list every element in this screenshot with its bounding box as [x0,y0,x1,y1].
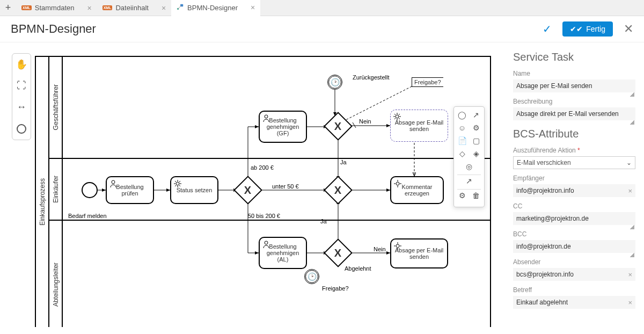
page-title: BPMN-Designer [11,22,543,36]
field-label: Auszuführende Aktion * [513,147,635,154]
timer-event[interactable]: 🕑 [327,75,342,90]
subject-input[interactable] [513,296,635,309]
edge-label: Ja [320,218,327,224]
edge-label: Nein [374,246,386,252]
service-task-reject-al[interactable]: Absage per E-Mail senden [390,238,448,268]
bcc-input[interactable] [513,240,635,253]
intermediate-event-icon[interactable]: ◎ [464,162,474,171]
text-annotation[interactable]: Freigabe? [412,77,443,87]
confirm-icon[interactable]: ✓ [543,23,552,35]
pool-label: Einkaufsprozess [36,57,49,327]
bpmn-icon [177,3,184,12]
svg-point-7 [265,241,268,244]
bpmn-pool[interactable]: Einkaufsprozess Geschäftsführer Einkäufe… [35,56,491,327]
action-select[interactable]: E-Mail verschicken⌄ [513,156,635,169]
add-tab-button[interactable]: + [0,2,16,13]
clear-icon[interactable]: × [628,271,632,279]
check-all-icon: ✔✔ [570,25,583,33]
clear-icon[interactable]: × [628,187,632,195]
edge-label: 50 bis 200 € [248,213,280,219]
clear-icon[interactable]: × [628,299,632,307]
svg-point-8 [396,244,399,248]
field-label: Empfänger [513,175,635,182]
lane-gf[interactable]: Geschäftsführer [49,57,490,159]
close-icon[interactable]: × [87,4,91,12]
tab-dateiinhalt[interactable]: XML Dateiinhalt × [97,0,171,16]
palette: ✋ ⛶ ↔ [12,53,31,140]
diagram-canvas[interactable]: ✋ ⛶ ↔ Einkaufsprozess Geschäftsführer Ei… [0,42,504,327]
service-task-comment[interactable]: Kommentar erzeugen [390,176,444,204]
hand-tool-icon[interactable]: ✋ [12,54,31,75]
panel-subheading: BCS-Attribute [513,128,635,140]
recipient-input[interactable] [513,184,635,197]
start-event-icon[interactable] [12,118,31,140]
description-input[interactable] [513,107,635,120]
svg-point-2 [112,180,115,184]
done-button[interactable]: ✔✔ Fertig [562,21,613,37]
lane-label: Geschäftsführer [49,57,63,158]
annotation-label: Freigabe? [322,285,349,292]
edge-label: Ja [340,159,347,165]
chevron-down-icon: ⌄ [626,159,632,166]
end-event-icon[interactable]: ◯ [457,110,467,120]
cc-input[interactable] [513,212,635,225]
xml-icon: XML [21,5,32,10]
service-task-reject-selected[interactable]: Absage per E-Mail senden [390,110,448,142]
edge-label: ab 200 € [251,164,274,171]
field-label: Beschreibung [513,98,635,105]
call-activity-icon[interactable]: ▢ [471,136,481,146]
lane-label: Abteilungsleiter [49,221,63,327]
service-task-status[interactable]: Status setzen [170,176,218,204]
gear-icon [393,112,401,121]
start-event[interactable] [82,182,98,198]
page-header: BPMN-Designer ✓ ✔✔ Fertig ✕ [0,16,644,42]
user-icon [262,240,270,249]
space-tool-icon[interactable]: ↔ [12,97,31,118]
resize-icon[interactable] [630,120,634,125]
resize-icon[interactable] [630,92,634,97]
resize-icon[interactable] [630,225,634,229]
field-label: Name [513,70,635,77]
connect-icon[interactable]: ↗ [471,110,481,120]
field-label: CC [513,202,635,210]
edge-label: Zurückgestellt [353,74,389,81]
name-input[interactable] [513,79,635,92]
edge-label: unter 50 € [272,183,299,190]
settings-icon[interactable]: ⚙ [457,191,467,200]
properties-panel: Service Task Name Beschreibung BCS-Attri… [504,42,644,327]
tab-label: Dateiinhalt [115,4,148,12]
xml-icon: XML [103,5,113,10]
user-task-check[interactable]: Bestellung prüfen [106,176,154,204]
sender-input[interactable] [513,268,635,281]
lasso-tool-icon[interactable]: ⛶ [12,75,31,97]
sequence-flow-icon[interactable]: ↗ [464,176,474,186]
resize-icon[interactable] [630,253,634,257]
tab-label: BPMN-Designer [187,4,238,12]
tab-stammdaten[interactable]: XML Stammdaten × [16,0,97,16]
gateway-parallel-icon[interactable]: ◈ [471,149,481,158]
user-task-approve-gf[interactable]: Bestellung genehmigen (GF) [259,111,307,143]
timer-event[interactable]: 🕑 [304,269,319,284]
service-task-icon[interactable]: ⚙ [471,123,481,133]
close-icon[interactable]: × [162,4,166,12]
script-task-icon[interactable]: 📄 [457,136,467,146]
close-icon[interactable]: × [251,3,255,12]
gateway-xor-icon[interactable]: ◇ [457,149,467,158]
node-context-menu: ◯↗ ☺⚙ 📄▢ ◇◈ ◎ ↗ ⚙🗑 [453,106,485,207]
done-label: Fertig [586,25,605,33]
tab-bpmn[interactable]: BPMN-Designer × [171,0,260,16]
start-event-label: Bedarf melden [68,213,107,219]
field-label: BCC [513,230,635,238]
panel-heading: Service Task [513,51,635,63]
user-task-approve-al[interactable]: Bestellung genehmigen (AL) [259,237,307,269]
user-icon [262,114,270,122]
tab-bar: + XML Stammdaten × XML Dateiinhalt × BPM… [0,0,644,16]
user-task-icon[interactable]: ☺ [457,123,467,133]
gear-icon [393,179,402,188]
gear-icon [393,242,402,250]
edge-label: Nein [359,118,371,125]
delete-icon[interactable]: 🗑 [471,191,481,200]
close-icon[interactable]: ✕ [624,22,633,36]
svg-point-3 [176,182,179,185]
svg-point-4 [265,115,268,118]
